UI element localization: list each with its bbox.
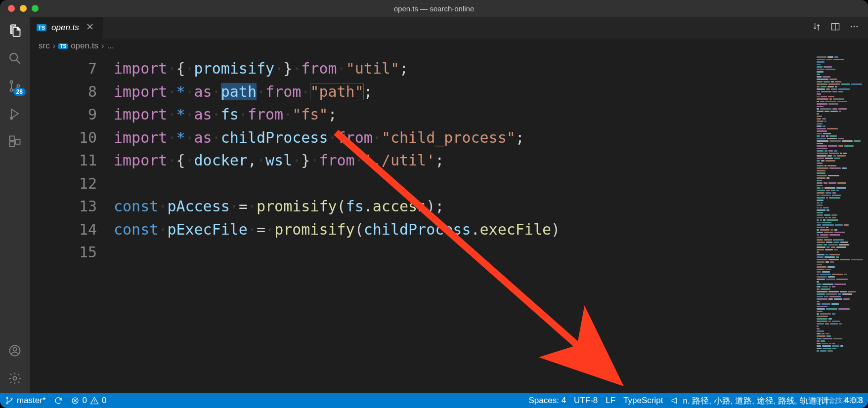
- code-line[interactable]: import·{·promisify·}·from·"util";: [114, 57, 814, 81]
- activity-bar: 28: [0, 17, 30, 393]
- svg-point-0: [10, 53, 17, 61]
- window-minimize-button[interactable]: [20, 5, 27, 12]
- svg-point-18: [6, 403, 8, 404]
- window-close-button[interactable]: [8, 5, 15, 12]
- activity-extensions[interactable]: [7, 133, 23, 149]
- split-icon: [830, 22, 840, 32]
- status-spaces[interactable]: Spaces: 4: [529, 396, 566, 406]
- line-number: 13: [30, 195, 97, 218]
- titlebar: open.ts — search-online: [0, 0, 868, 17]
- tab-filename: open.ts: [51, 23, 79, 33]
- editor[interactable]: 789101112131415 import·{·promisify·}·fro…: [30, 53, 868, 393]
- tab-close-button[interactable]: [84, 23, 96, 33]
- svg-point-3: [10, 89, 12, 91]
- typescript-lang-badge: TS: [58, 43, 68, 49]
- line-number: 12: [30, 172, 97, 196]
- activity-accounts[interactable]: [7, 343, 23, 359]
- minimap[interactable]: [814, 53, 868, 393]
- status-translation[interactable]: n. 路径, 小路, 道路, 途径, 路线, 轨道 [计...: [671, 395, 836, 407]
- code-line[interactable]: import·{·docker,·wsl·}·from·'./util';: [114, 149, 814, 172]
- extensions-icon: [8, 134, 22, 148]
- megaphone-icon: [671, 396, 680, 405]
- activity-search[interactable]: [7, 50, 23, 66]
- status-language[interactable]: TypeScript: [623, 396, 663, 406]
- tabs-row: TS open.ts: [30, 17, 868, 39]
- activity-explorer[interactable]: [7, 23, 23, 39]
- line-number: 14: [30, 218, 97, 242]
- svg-rect-7: [10, 142, 14, 146]
- svg-rect-8: [15, 140, 20, 144]
- code-line[interactable]: [114, 172, 814, 196]
- line-number: 8: [30, 81, 97, 104]
- branch-name: master*: [17, 396, 46, 406]
- compare-changes-button[interactable]: [812, 22, 822, 34]
- status-problems[interactable]: 0 0: [71, 396, 107, 406]
- files-icon: [8, 24, 22, 38]
- code-line[interactable]: const·pExecFile·=·promisify(childProcess…: [114, 218, 814, 242]
- chevron-right-icon: ›: [101, 41, 104, 51]
- status-bar: master* 0 0 Spaces: 4 UTF-8 LF TypeScrip…: [0, 393, 868, 408]
- debug-icon: [8, 107, 22, 121]
- svg-point-15: [854, 26, 855, 28]
- breadcrumb-file[interactable]: open.ts: [71, 41, 98, 51]
- code-line[interactable]: import·*·as·fs·from·"fs";: [114, 103, 814, 126]
- svg-point-2: [10, 81, 12, 83]
- editor-group: TS open.ts: [30, 17, 868, 393]
- svg-point-11: [13, 377, 17, 380]
- svg-rect-6: [10, 136, 14, 141]
- status-eol[interactable]: LF: [606, 396, 615, 406]
- code-content[interactable]: import·{·promisify·}·from·"util";import·…: [114, 57, 814, 393]
- warning-icon: [90, 396, 99, 405]
- chevron-right-icon: ›: [53, 41, 56, 51]
- status-sync[interactable]: [54, 396, 63, 405]
- close-icon: [86, 23, 94, 31]
- warning-count: 0: [102, 396, 106, 406]
- account-icon: [8, 344, 22, 358]
- app-window: open.ts — search-online 28: [0, 0, 868, 408]
- code-line[interactable]: import·*·as·path·from·"path";: [114, 81, 814, 104]
- svg-line-1: [17, 60, 20, 64]
- svg-point-4: [17, 84, 19, 87]
- svg-point-19: [11, 398, 12, 400]
- line-number: 7: [30, 57, 97, 81]
- search-icon: [8, 51, 22, 65]
- error-count: 0: [83, 396, 87, 406]
- activity-run-debug[interactable]: [7, 106, 23, 122]
- line-number: 15: [30, 241, 97, 264]
- sync-icon: [54, 396, 63, 405]
- more-actions-button[interactable]: [849, 22, 859, 34]
- svg-point-16: [857, 26, 858, 28]
- typescript-lang-badge: TS: [37, 24, 46, 31]
- status-branch[interactable]: master*: [5, 396, 46, 406]
- breadcrumb-folder[interactable]: src: [39, 41, 50, 51]
- compare-icon: [812, 22, 822, 32]
- line-number: 11: [30, 149, 97, 172]
- window-title: open.ts — search-online: [0, 4, 868, 13]
- svg-point-10: [13, 348, 17, 351]
- line-number: 10: [30, 126, 97, 150]
- ellipsis-icon: [849, 22, 859, 32]
- line-number: 9: [30, 103, 97, 126]
- activity-scm[interactable]: 28: [7, 78, 23, 94]
- svg-point-17: [6, 397, 8, 399]
- code-line[interactable]: const·pAccess·=·promisify(fs.access);: [114, 195, 814, 218]
- translation-text: n. 路径, 小路, 道路, 途径, 路线, 轨道 [计...: [683, 395, 836, 407]
- activity-settings[interactable]: [7, 370, 23, 386]
- watermark: @掘金技术社区: [815, 396, 863, 405]
- breadcrumb-suffix[interactable]: ...: [107, 41, 114, 51]
- tab-open-ts[interactable]: TS open.ts: [30, 17, 103, 39]
- code-line[interactable]: [114, 241, 814, 264]
- line-number-gutter: 789101112131415: [30, 57, 114, 393]
- gear-icon: [8, 371, 22, 385]
- git-branch-icon: [5, 396, 14, 405]
- error-icon: [71, 396, 80, 405]
- split-editor-button[interactable]: [830, 22, 840, 34]
- status-encoding[interactable]: UTF-8: [574, 396, 598, 406]
- window-maximize-button[interactable]: [32, 5, 39, 12]
- scm-badge: 28: [13, 88, 26, 96]
- svg-point-14: [851, 26, 852, 28]
- traffic-lights: [8, 5, 39, 12]
- code-line[interactable]: import·*·as·childProcess·from·"child_pro…: [114, 126, 814, 150]
- editor-actions: [803, 17, 868, 39]
- breadcrumbs[interactable]: src › TS open.ts › ...: [30, 39, 868, 53]
